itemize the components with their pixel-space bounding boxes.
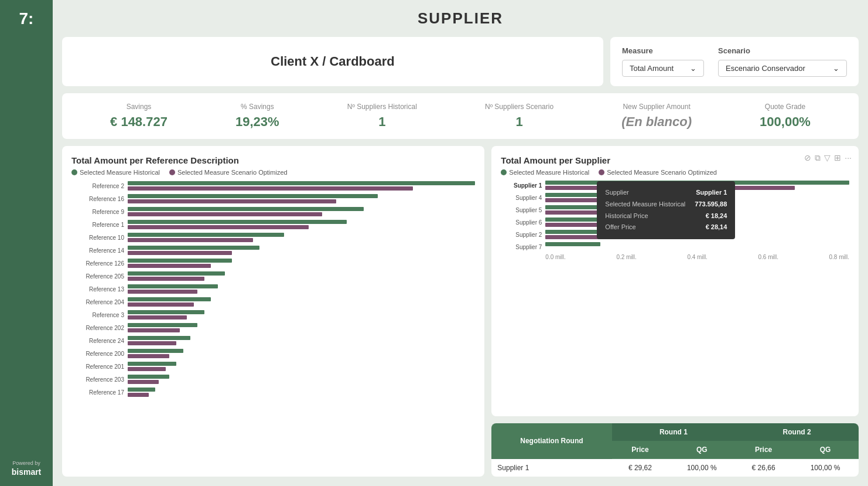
neg-r1-price-header: Price xyxy=(612,441,669,459)
metric-value: (En blanco) xyxy=(621,114,692,130)
neg-round-header: Negotiation Round xyxy=(491,423,611,459)
metric-item: Nº Suppliers Scenario 1 xyxy=(485,103,553,130)
neg-r2-price-header: Price xyxy=(735,441,792,459)
r2-price-cell: € 26,66 xyxy=(735,459,792,477)
bar-label: Reference 17 xyxy=(71,389,124,396)
bar-label: Reference 2 xyxy=(71,183,124,189)
metric-label: Savings xyxy=(110,103,168,111)
bar-label: Reference 24 xyxy=(71,338,124,344)
page-title: SUPPLIER xyxy=(62,9,859,28)
scenario-select[interactable]: Escenario Conservador ⌄ xyxy=(718,60,847,77)
left-bar-chart-container: Reference 2 Reference 16 Reference 9 Ref… xyxy=(71,181,475,467)
bar-green xyxy=(128,181,475,185)
r1-price-cell: € 29,62 xyxy=(612,459,669,477)
bar-purple xyxy=(128,303,194,307)
x-axis-label: 0.8 mill. xyxy=(829,254,849,260)
legend-dot xyxy=(71,169,77,175)
metric-item: Nº Suppliers Historical 1 xyxy=(347,103,417,130)
bar-row: Reference 9 xyxy=(71,206,475,217)
bar-row: Reference 203 xyxy=(71,374,475,385)
bar-purple xyxy=(128,354,169,358)
metric-value: € 148.727 xyxy=(110,114,168,130)
bar-group xyxy=(128,375,475,384)
scenario-value: Escenario Conservador xyxy=(726,64,805,73)
bar-green xyxy=(128,297,211,301)
tooltip-measure-val: 773.595,88 xyxy=(695,199,727,210)
bar-row: Reference 1 xyxy=(71,219,475,230)
x-axis-label: 0.6 mill. xyxy=(758,254,778,260)
legend-dot xyxy=(599,169,604,175)
bar-purple xyxy=(128,225,309,229)
bar-purple xyxy=(128,277,204,281)
scenario-chevron-icon: ⌄ xyxy=(833,64,839,73)
bar-purple xyxy=(128,315,187,320)
bar-row: Reference 10 xyxy=(71,232,475,243)
expand-icon[interactable]: ⊞ xyxy=(834,153,841,163)
bar-green xyxy=(128,246,259,250)
neg-round2-header: Round 2 xyxy=(735,423,859,441)
brand-label: bismart xyxy=(12,467,42,477)
bar-row: Reference 205 xyxy=(71,271,475,281)
legend-item: Selected Measure Scenario Optimized xyxy=(169,169,288,176)
bar-row: Reference 3 xyxy=(71,310,475,320)
legend-label: Selected Measure Historical xyxy=(80,169,160,176)
right-panel: Total Amount per Supplier ⊘ ⧉ ▽ ⊞ ··· Se… xyxy=(491,146,859,477)
left-chart-title: Total Amount per Reference Description xyxy=(71,155,475,165)
negotiation-table-card: Negotiation Round Round 1 Round 2 Price … xyxy=(491,423,859,477)
copy-icon[interactable]: ⧉ xyxy=(815,153,821,163)
bar-group xyxy=(128,336,475,345)
sidebar: 7: Powered by bismart xyxy=(0,0,53,486)
neg-r1-qg-header: QG xyxy=(668,441,735,459)
bar-green xyxy=(128,375,169,379)
bar-row: Reference 14 xyxy=(71,245,475,256)
tooltip-hist-price-val: € 18,24 xyxy=(706,210,727,222)
negotiation-table: Negotiation Round Round 1 Round 2 Price … xyxy=(491,423,859,477)
pin-icon[interactable]: ⊘ xyxy=(804,153,811,163)
metrics-row: Savings € 148.727 % Savings 19,23% Nº Su… xyxy=(62,93,859,139)
supplier-tooltip: SupplierSupplier 1 Selected Measure Hist… xyxy=(597,181,735,239)
bar-row: Reference 201 xyxy=(71,361,475,372)
bar-green xyxy=(128,336,190,340)
bar-purple xyxy=(128,290,197,294)
bar-group xyxy=(128,362,475,371)
bar-green xyxy=(128,349,183,353)
measure-control: Measure Total Amount ⌄ xyxy=(622,46,704,77)
filter-icon[interactable]: ▽ xyxy=(824,153,831,163)
h-bar-row: Supplier 7 xyxy=(501,242,849,252)
bar-purple xyxy=(128,199,336,203)
bar-purple xyxy=(128,328,180,332)
measure-select[interactable]: Total Amount ⌄ xyxy=(622,60,704,77)
bar-label: Reference 126 xyxy=(71,260,124,267)
neg-r2-qg-header: QG xyxy=(792,441,859,459)
tooltip-hist-price-key: Historical Price xyxy=(605,210,648,222)
measure-label: Measure xyxy=(622,46,704,55)
bar-group xyxy=(128,310,475,320)
bar-label: Reference 203 xyxy=(71,376,124,383)
metric-label: Quote Grade xyxy=(760,103,811,111)
h-bar-label: Supplier 1 xyxy=(501,182,542,189)
bar-group xyxy=(128,194,475,203)
bar-purple xyxy=(128,341,176,345)
bar-green xyxy=(128,388,155,392)
right-chart-legend: Selected Measure HistoricalSelected Meas… xyxy=(501,169,849,176)
metric-item: New Supplier Amount (En blanco) xyxy=(621,103,692,130)
client-card-title: Client X / Cardboard xyxy=(271,54,394,69)
bar-label: Reference 13 xyxy=(71,286,124,293)
bar-purple xyxy=(128,238,253,242)
more-icon[interactable]: ··· xyxy=(845,153,852,163)
h-bar-label: Supplier 6 xyxy=(501,219,542,226)
tooltip-offer-price-key: Offer Price xyxy=(605,222,635,233)
bar-purple xyxy=(128,393,149,397)
bar-green xyxy=(128,362,176,366)
bar-green xyxy=(128,323,197,327)
tooltip-offer-price-val: € 28,14 xyxy=(706,222,727,233)
bar-green xyxy=(128,233,284,237)
bar-green xyxy=(128,207,364,211)
bar-group xyxy=(128,207,475,216)
metric-label: % Savings xyxy=(235,103,279,111)
bar-label: Reference 3 xyxy=(71,312,124,318)
h-bar-label: Supplier 4 xyxy=(501,195,542,201)
bar-green xyxy=(128,284,218,288)
metric-item: Quote Grade 100,00% xyxy=(760,103,811,130)
bar-group xyxy=(128,259,475,268)
